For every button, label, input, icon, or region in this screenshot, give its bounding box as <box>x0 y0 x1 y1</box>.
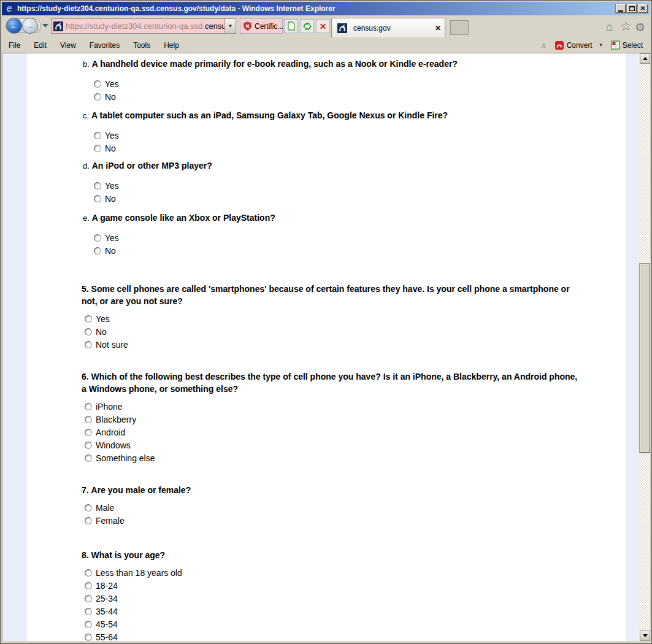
compatibility-view-button[interactable] <box>284 19 298 33</box>
close-icon: ✕ <box>640 6 645 12</box>
menu-tools[interactable]: Tools <box>126 39 157 52</box>
radio-icon[interactable] <box>94 247 101 255</box>
radio-icon[interactable] <box>85 328 92 335</box>
radio-icon[interactable] <box>85 403 92 410</box>
radio-icon[interactable] <box>94 195 101 202</box>
radio-icon[interactable] <box>85 504 92 512</box>
question-text: b. A handheld device made primarily for … <box>83 58 580 71</box>
radio-option-female[interactable]: Female <box>85 514 626 527</box>
radio-option-under-18[interactable]: Less than 18 years old <box>85 566 626 579</box>
radio-option-25-34[interactable]: 25-34 <box>85 592 626 605</box>
convert-caret-icon[interactable]: ▼ <box>599 42 604 48</box>
radio-icon[interactable] <box>85 517 92 524</box>
titlebar: e https://study-dietz304.centurion-qa.ss… <box>2 2 650 15</box>
option-label: 18-24 <box>96 581 118 591</box>
option-label: Yes <box>105 233 119 243</box>
certificate-error-shield-icon <box>243 21 252 31</box>
radio-option-blackberry[interactable]: Blackberry <box>85 413 626 426</box>
radio-option-yes[interactable]: Yes <box>94 231 626 244</box>
radio-icon[interactable] <box>94 234 101 242</box>
back-button[interactable]: ← <box>6 18 22 34</box>
radio-option-yes[interactable]: Yes <box>94 77 626 90</box>
select-button[interactable]: Select <box>611 40 643 50</box>
new-tab-button[interactable] <box>450 20 469 35</box>
toolbar-close-icon[interactable]: x <box>542 41 546 50</box>
radio-option-55-64[interactable]: 55-64 <box>85 631 626 641</box>
tab-label: census.gov <box>353 24 431 33</box>
vertical-scrollbar[interactable] <box>640 53 650 641</box>
radio-option-not-sure[interactable]: Not sure <box>85 338 626 351</box>
menu-edit[interactable]: Edit <box>27 39 53 52</box>
home-icon[interactable]: ⌂ <box>606 20 613 34</box>
radio-icon[interactable] <box>85 582 92 589</box>
radio-option-yes[interactable]: Yes <box>94 179 626 192</box>
radio-icon[interactable] <box>85 442 92 449</box>
radio-icon[interactable] <box>85 416 92 423</box>
tools-gear-icon[interactable]: ⚙ <box>635 20 645 34</box>
radio-icon[interactable] <box>94 132 101 139</box>
scrollbar-up-button[interactable] <box>640 53 650 64</box>
address-url[interactable]: https://study-dietz304.centurion-qa.ssd.… <box>66 21 224 31</box>
option-label: No <box>105 92 116 102</box>
question-text: 8. What is your age? <box>82 549 578 561</box>
radio-icon[interactable] <box>85 608 92 615</box>
radio-icon[interactable] <box>85 595 92 602</box>
radio-icon[interactable] <box>85 315 92 323</box>
arrow-up-icon <box>643 57 648 60</box>
menu-file[interactable]: File <box>2 39 27 52</box>
menu-help[interactable]: Help <box>157 39 186 52</box>
address-dropdown-button[interactable]: ▼ <box>224 19 236 33</box>
radio-icon[interactable] <box>94 182 101 190</box>
radio-icon[interactable] <box>85 341 92 348</box>
radio-option-male[interactable]: Male <box>85 501 626 514</box>
radio-option-yes[interactable]: Yes <box>85 312 626 325</box>
minimize-icon <box>618 10 623 12</box>
radio-option-18-24[interactable]: 18-24 <box>85 579 626 592</box>
radio-option-no[interactable]: No <box>85 325 626 338</box>
radio-option-yes[interactable]: Yes <box>94 129 626 142</box>
arrow-down-icon <box>643 634 648 637</box>
stop-button[interactable]: ✕ <box>316 19 330 33</box>
tab-census-gov[interactable]: census.gov ✕ <box>331 18 445 37</box>
favorites-star-icon[interactable]: ☆ <box>620 19 632 34</box>
maximize-button[interactable] <box>627 4 637 13</box>
minimize-button[interactable] <box>616 4 626 13</box>
radio-option-something-else[interactable]: Something else <box>85 451 626 464</box>
certificate-error-button[interactable]: Certific... <box>240 18 283 34</box>
question-7: 7. Are you male or female? Male Female <box>27 484 626 527</box>
forward-button[interactable]: → <box>22 18 38 34</box>
radio-icon[interactable] <box>85 621 92 628</box>
option-label: 45-54 <box>96 619 118 629</box>
radio-option-no[interactable]: No <box>94 90 626 103</box>
radio-icon[interactable] <box>85 454 92 462</box>
tab-close-icon[interactable]: ✕ <box>435 24 441 33</box>
radio-icon[interactable] <box>94 93 101 101</box>
scrollbar-thumb[interactable] <box>640 264 650 453</box>
close-button[interactable]: ✕ <box>638 4 648 13</box>
radio-option-35-44[interactable]: 35-44 <box>85 605 626 618</box>
radio-icon[interactable] <box>85 429 92 436</box>
radio-icon[interactable] <box>85 634 92 641</box>
refresh-button[interactable] <box>300 19 314 33</box>
radio-option-windows[interactable]: Windows <box>85 439 626 451</box>
menu-favorites[interactable]: Favorites <box>83 39 126 52</box>
address-bar[interactable]: https://study-dietz304.centurion-qa.ssd.… <box>51 18 236 34</box>
radio-option-android[interactable]: Android <box>85 426 626 439</box>
radio-option-no[interactable]: No <box>94 192 626 205</box>
radio-option-iphone[interactable]: iPhone <box>85 400 626 413</box>
forward-arrow-icon: → <box>26 21 34 31</box>
convert-button[interactable]: Convert ▼ <box>554 40 604 50</box>
refresh-icon <box>302 21 312 31</box>
recent-pages-caret-icon[interactable] <box>42 24 48 28</box>
menu-bar: File Edit View Favorites Tools Help x Co… <box>2 37 650 53</box>
radio-icon[interactable] <box>85 569 92 577</box>
scrollbar-down-button[interactable] <box>640 631 650 641</box>
radio-icon[interactable] <box>94 80 101 88</box>
menu-view[interactable]: View <box>53 39 83 52</box>
question-text: c. A tablet computer such as an iPad, Sa… <box>83 109 580 122</box>
radio-icon[interactable] <box>94 145 101 152</box>
radio-option-no[interactable]: No <box>94 142 626 155</box>
convert-label: Convert <box>567 41 593 50</box>
radio-option-no[interactable]: No <box>94 244 626 257</box>
radio-option-45-54[interactable]: 45-54 <box>85 618 626 631</box>
